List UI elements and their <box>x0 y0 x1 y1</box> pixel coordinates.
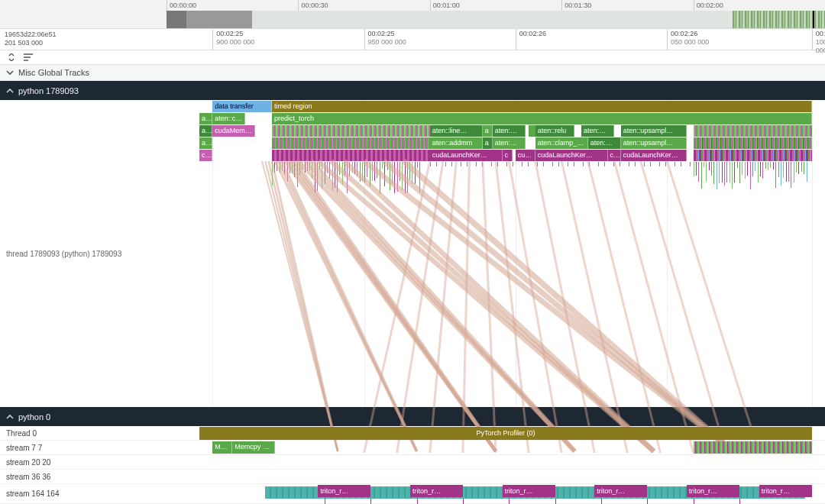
flame-slice[interactable]: at… <box>199 137 212 149</box>
session-sub: 201 503 000 <box>5 39 162 47</box>
flame-slice[interactable]: cudaMemc… <box>212 125 255 137</box>
section-label: Misc Global Tracks <box>18 68 89 77</box>
overview-timeline[interactable]: 00:00:00 00:00:30 00:01:00 00:01:30 00:0… <box>0 0 825 29</box>
process-row[interactable]: stream 36 36 <box>0 470 825 484</box>
overview-tick: 00:01:00 <box>430 0 561 11</box>
flame-slice[interactable]: aten:… <box>581 125 614 137</box>
flame-dense[interactable] <box>694 150 812 161</box>
memcpy-slice[interactable]: Memcpy H… <box>232 441 275 454</box>
flame-slice[interactable]: aten:… <box>588 137 621 149</box>
ruler-tick: 00:02:26100 000 000 <box>812 29 825 50</box>
ruler-tick: 00:02:25900 000 000 <box>212 29 254 50</box>
flame-slice[interactable]: a <box>483 125 493 137</box>
flame-slice[interactable]: aten:… <box>493 125 526 137</box>
flame-slice[interactable]: at… <box>199 113 212 124</box>
flame-slice[interactable]: aten::clamp_m… <box>535 137 588 149</box>
flame-slice[interactable]: c… <box>608 150 621 161</box>
flame-slice[interactable]: cudaLaunchKer… <box>430 150 503 161</box>
flame-slice[interactable]: cudaLaunchKer… <box>621 150 687 161</box>
flame-slice[interactable]: data transfer <box>212 101 272 112</box>
flame-slice[interactable]: aten::line… <box>430 125 483 137</box>
process-row[interactable]: Thread 0PyTorch Profiler (0) <box>0 426 825 441</box>
triton-kernel[interactable]: triton_r… <box>687 485 739 497</box>
triton-kernel[interactable]: triton_r… <box>759 485 812 497</box>
section-python-1789093[interactable]: python 1789093 <box>0 81 825 100</box>
menu-icon[interactable] <box>23 52 34 63</box>
flame-dense[interactable] <box>272 137 430 149</box>
flame-slice[interactable]: aten::co… <box>212 113 245 124</box>
flame-dense[interactable] <box>694 125 812 137</box>
flame-slice[interactable]: timed region <box>272 101 812 112</box>
chevron-up-icon <box>6 413 14 421</box>
overview-tick: 00:00:00 <box>167 0 298 11</box>
flame-slice[interactable]: cu… <box>199 150 212 161</box>
section-python-0[interactable]: python 0 <box>0 407 825 426</box>
section-label: python 0 <box>18 412 50 422</box>
triton-kernel[interactable]: triton_r… <box>318 485 370 497</box>
process-label: stream 20 20 <box>0 458 167 467</box>
process-rows: Thread 0PyTorch Profiler (0)stream 7 7Me… <box>0 426 825 504</box>
section-label: python 1789093 <box>18 86 79 95</box>
session-id: 19653d22:06e51 <box>5 31 162 39</box>
flame-slice[interactable]: at… <box>199 125 212 137</box>
memcpy-slice[interactable]: Me… <box>212 441 232 454</box>
triton-kernel[interactable]: triton_r… <box>503 485 555 497</box>
time-ruler[interactable]: 19653d22:06e51 201 503 000 00:02:25900 0… <box>0 29 825 50</box>
process-row[interactable]: stream 7 7Me…Memcpy H… <box>0 441 825 455</box>
process-label: Thread 0 <box>0 429 167 438</box>
flame-slice[interactable]: predict_torch <box>272 113 812 124</box>
flame-dense[interactable] <box>272 150 430 161</box>
thread-label: thread 1789093 (python) 1789093 <box>6 250 121 258</box>
process-label: stream 36 36 <box>0 473 167 481</box>
flame-slice[interactable]: aten::relu <box>535 125 575 137</box>
flame-slice[interactable]: aten::upsampl… <box>621 137 687 149</box>
flame-graph[interactable]: thread 1789093 (python) 1789093 data tra… <box>0 100 825 407</box>
flame-slice[interactable]: a <box>483 137 493 149</box>
stream-dense[interactable] <box>694 441 812 454</box>
ruler-tick: 00:02:25950 000 000 <box>364 29 406 50</box>
toolbar <box>0 50 825 64</box>
triton-kernel[interactable]: triton_r… <box>410 485 463 497</box>
overview-tick: 00:02:00 <box>694 0 825 11</box>
flame-slice[interactable]: aten:… <box>493 137 526 149</box>
flame-dense[interactable] <box>272 125 430 137</box>
process-label: stream 7 7 <box>0 444 167 452</box>
collapse-icon[interactable] <box>6 52 17 63</box>
process-row[interactable]: stream 164 164triton_r…triton_r…triton_r… <box>0 484 825 504</box>
chevron-down-icon <box>6 69 14 76</box>
flame-slice[interactable]: cu… <box>516 150 535 161</box>
flame-dense[interactable] <box>529 125 535 137</box>
chevron-up-icon <box>6 87 14 95</box>
flame-dense[interactable] <box>694 137 812 149</box>
thread0-bar[interactable]: PyTorch Profiler (0) <box>199 427 812 440</box>
flame-slice[interactable]: aten::addmm <box>430 137 483 149</box>
ruler-tick: 00:02:26 <box>516 29 546 50</box>
section-misc-global[interactable]: Misc Global Tracks <box>0 64 825 81</box>
overview-tick: 00:01:30 <box>561 0 693 11</box>
flame-dense[interactable] <box>430 162 694 166</box>
triton-kernel[interactable]: triton_r… <box>594 485 647 497</box>
ruler-tick: 00:02:26050 000 000 <box>667 29 709 50</box>
flame-slice[interactable]: c <box>503 150 513 161</box>
overview-tick: 00:00:30 <box>298 0 429 11</box>
flame-slice[interactable]: cudaLaunchKer… <box>535 150 608 161</box>
process-label: stream 164 164 <box>0 489 167 498</box>
flame-slice[interactable]: aten::upsampl… <box>621 125 687 137</box>
process-row[interactable]: stream 20 20 <box>0 455 825 470</box>
